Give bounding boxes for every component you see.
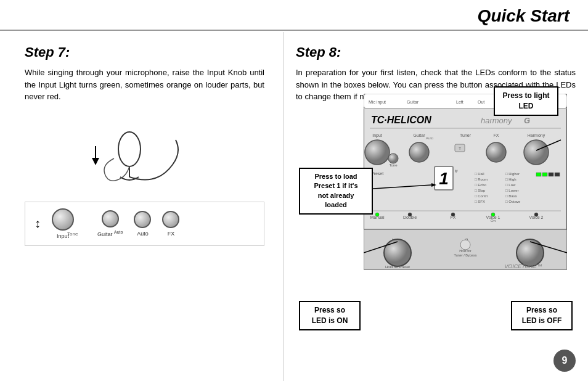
svg-text:Hold for: Hold for: [459, 249, 471, 253]
svg-text:harmony: harmony: [481, 116, 513, 125]
right-inner: Step 8: In preparation for your first li…: [296, 44, 576, 369]
page-header: Quick Start: [0, 0, 588, 31]
callout-light-led: Press to light LED: [494, 86, 558, 116]
svg-point-67: [460, 240, 470, 250]
svg-point-57: [408, 213, 412, 216]
left-column: Step 7: While singing through your micro…: [0, 32, 284, 381]
device-panel-svg: Mic input Guitar Left Out Right Power TC…: [364, 94, 567, 272]
svg-rect-49: [555, 173, 560, 176]
svg-text:□ High: □ High: [505, 178, 517, 181]
svg-rect-48: [549, 173, 553, 176]
svg-point-60: [534, 213, 538, 216]
svg-text:□ Low: □ Low: [505, 183, 516, 187]
step8-title: Step 8:: [296, 44, 576, 60]
svg-text:Tuner / Bypass: Tuner / Bypass: [454, 253, 477, 257]
guitar-knob-label: Guitar Auto: [97, 230, 123, 237]
harmony-knob: [162, 211, 179, 228]
svg-text:□ Slap: □ Slap: [475, 189, 486, 192]
main-content: Step 7: While singing through your micro…: [0, 32, 588, 381]
svg-text:□ Octave: □ Octave: [505, 200, 521, 203]
svg-text:Harmony: Harmony: [528, 133, 545, 138]
svg-text:Tuner: Tuner: [460, 133, 472, 137]
svg-point-25: [409, 142, 429, 162]
step7-title: Step 7:: [25, 44, 264, 60]
fx-knob-label: Auto: [137, 231, 149, 237]
svg-text:□ Contri: □ Contri: [475, 194, 488, 198]
svg-text:Input: Input: [372, 133, 382, 138]
svg-text:□ Echo: □ Echo: [475, 183, 487, 187]
svg-rect-46: [536, 173, 541, 176]
svg-point-65: [384, 239, 411, 266]
tone-label: Tone: [67, 231, 78, 237]
svg-text:□ Hall: □ Hall: [475, 172, 484, 176]
svg-point-0: [118, 132, 141, 166]
svg-text:Out: Out: [478, 100, 484, 104]
svg-text:TC·HELICON: TC·HELICON: [371, 115, 431, 125]
callout-load-preset: Press to load Preset 1 if it's not alrea…: [299, 168, 373, 215]
callout-led-off: Press so LED is OFF: [511, 301, 573, 330]
svg-text:□ Higher: □ Higher: [505, 172, 520, 176]
input-knob: [52, 208, 74, 231]
svg-text:Left: Left: [456, 100, 463, 104]
svg-rect-47: [542, 173, 547, 176]
page-title: Quick Start: [478, 6, 570, 25]
svg-text:Guitar: Guitar: [413, 133, 425, 137]
svg-text:G: G: [524, 116, 530, 125]
svg-text:□ Lower: □ Lower: [505, 189, 519, 192]
fx-knob-group: Auto: [134, 211, 151, 237]
svg-point-22: [365, 140, 390, 165]
page-number: 9: [553, 350, 576, 372]
guitar-knob: [102, 210, 119, 227]
mic-svg: [77, 121, 213, 189]
svg-point-59: [491, 213, 495, 216]
svg-point-28: [486, 142, 506, 162]
svg-text:□ Room: □ Room: [475, 178, 488, 181]
svg-text:VOICETONE™: VOICETONE™: [504, 263, 542, 269]
svg-text:FX: FX: [494, 133, 499, 137]
svg-text:□ Bass: □ Bass: [505, 194, 517, 198]
svg-text:□ SFX: □ SFX: [475, 200, 485, 203]
fx-knob: [134, 211, 151, 228]
svg-point-29: [524, 140, 549, 165]
mic-illustration: [25, 121, 264, 189]
svg-text:On: On: [491, 219, 496, 223]
svg-text:#: #: [455, 168, 458, 174]
svg-point-70: [517, 239, 544, 266]
svg-text:Guitar: Guitar: [407, 100, 419, 104]
arrow-indicator: ↕: [35, 216, 41, 231]
knobs-row-illustration: ↕ Input Tone Guitar Auto Auto FX: [25, 202, 264, 246]
svg-point-58: [451, 213, 455, 216]
svg-text:Mic input: Mic input: [369, 100, 386, 105]
svg-text:1: 1: [439, 169, 449, 188]
harmony-knob-label: FX: [168, 231, 175, 237]
guitar-knob-group: Guitar Auto: [97, 210, 123, 237]
svg-point-23: [388, 154, 398, 163]
svg-point-56: [375, 213, 379, 216]
svg-text:Auto: Auto: [426, 136, 434, 140]
svg-text:T: T: [459, 147, 461, 150]
svg-text:Tone: Tone: [389, 163, 398, 167]
harmony-knob-group: FX: [162, 211, 179, 237]
callout-led-on: Press so LED is ON: [299, 301, 361, 330]
step7-text: While singing through your microphone, r…: [25, 67, 264, 103]
svg-text:Hold for Preset: Hold for Preset: [385, 265, 410, 269]
right-column: Step 8: In preparation for your first li…: [284, 32, 588, 381]
